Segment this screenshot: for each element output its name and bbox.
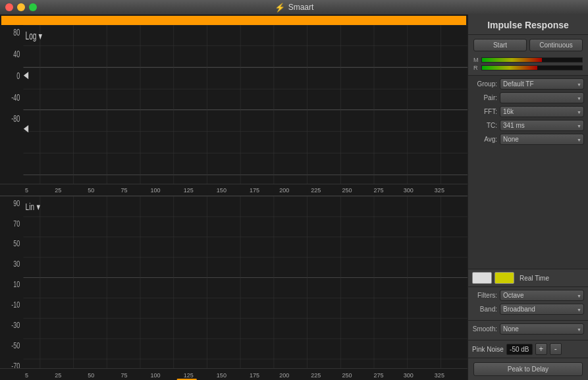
top-chart: 80 40 0 -40 -80 ◄ ◄ Log ▼ 5 25 50 75 1 [0, 25, 468, 196]
color-btn-white[interactable] [472, 272, 492, 284]
smooth-select[interactable]: None [500, 323, 584, 335]
top-chart-grid: 80 40 0 -40 -80 ◄ ◄ Log ▼ [0, 25, 468, 196]
svg-text:10: 10 [13, 279, 20, 288]
svg-text:Lin: Lin [26, 201, 35, 211]
color-btn-yellow[interactable] [494, 272, 514, 284]
avg-select[interactable]: None [500, 134, 584, 145]
filters-select-wrapper: Octave [500, 290, 584, 301]
svg-text:125: 125 [184, 187, 194, 194]
window-controls[interactable] [5, 3, 37, 11]
svg-text:275: 275 [374, 187, 384, 194]
filters-section: Filters: Octave Band: Broadband [468, 287, 588, 321]
svg-text:25: 25 [55, 372, 61, 379]
svg-text:40: 40 [13, 48, 20, 59]
pink-noise-db: -50 dB [506, 344, 533, 355]
svg-text:◄: ◄ [22, 68, 30, 81]
svg-text:200: 200 [279, 187, 289, 194]
svg-text:0: 0 [16, 70, 20, 81]
pink-noise-label: Pink Noise [472, 346, 504, 353]
fft-label: FFT: [472, 108, 500, 115]
svg-text:325: 325 [435, 372, 444, 379]
tc-label: TC: [472, 122, 500, 129]
bottom-chart: 90 70 50 30 10 -10 -30 -50 -70 -90 Lin ▼… [0, 196, 468, 381]
svg-text:75: 75 [120, 187, 127, 194]
smooth-row: Smooth: None [472, 323, 584, 335]
svg-text:-30: -30 [11, 320, 20, 329]
charts-panel: 80 40 0 -40 -80 ◄ ◄ Log ▼ 5 25 50 75 1 [0, 14, 468, 380]
close-button[interactable] [5, 3, 13, 11]
svg-text:300: 300 [404, 187, 414, 194]
bottom-chart-grid: 90 70 50 30 10 -10 -30 -50 -70 -90 Lin ▼ [0, 196, 468, 381]
fft-select[interactable]: 16k [500, 106, 584, 117]
meter-m-row: M [473, 57, 583, 63]
meter-r-label: R [473, 65, 481, 71]
group-select[interactable]: Default TF [500, 78, 584, 90]
svg-text:◄: ◄ [22, 121, 30, 134]
group-select-wrapper: Default TF [500, 78, 584, 90]
tc-row: TC: 341 ms [472, 120, 584, 131]
minimize-button[interactable] [17, 3, 25, 11]
svg-text:250: 250 [342, 187, 352, 194]
top-buttons-row: Start Continuous [468, 35, 588, 54]
svg-text:-10: -10 [11, 300, 20, 309]
top-x-axis: 5 25 50 75 100 125 150 175 200 225 250 2… [0, 184, 468, 196]
form-section: Group: Default TF Pair: FFT: [468, 76, 588, 269]
svg-text:225: 225 [311, 187, 321, 194]
svg-text:275: 275 [374, 372, 384, 379]
fft-select-wrapper: 16k [500, 106, 584, 117]
svg-text:-40: -40 [11, 92, 20, 103]
svg-rect-0 [0, 25, 468, 196]
tc-select-wrapper: 341 ms [500, 120, 584, 131]
svg-text:25: 25 [55, 187, 61, 194]
maximize-button[interactable] [29, 3, 37, 11]
avg-label: Avg: [472, 136, 500, 143]
svg-text:100: 100 [151, 187, 161, 194]
bottom-x-axis-svg: 5 25 50 75 100 125 150 175 200 225 250 2… [25, 369, 464, 381]
app-icon: ⚡ [275, 3, 285, 13]
panel-title: Impulse Response [468, 14, 588, 35]
smooth-select-wrapper: None [500, 323, 584, 335]
svg-rect-46 [0, 196, 468, 381]
bottom-x-axis: 5 25 50 75 100 125 150 175 200 225 250 2… [0, 368, 468, 380]
realtime-section: Real Time [468, 269, 588, 287]
filters-row: Filters: Octave [472, 290, 584, 301]
band-row: Band: Broadband [472, 304, 584, 315]
titlebar: ⚡ Smaart [0, 0, 588, 14]
svg-text:5: 5 [25, 187, 28, 194]
svg-text:-50: -50 [11, 340, 20, 350]
svg-text:30: 30 [13, 259, 20, 268]
app-title-text: Smaart [288, 3, 314, 12]
svg-text:70: 70 [13, 218, 20, 227]
pair-select[interactable] [500, 92, 584, 103]
svg-text:▼: ▼ [36, 202, 41, 211]
filters-select[interactable]: Octave [500, 290, 584, 301]
svg-text:150: 150 [217, 187, 227, 194]
meter-m-bar-container [481, 57, 583, 63]
meter-r-bar-container [481, 65, 583, 70]
continuous-button[interactable]: Continuous [529, 39, 583, 51]
tc-select[interactable]: 341 ms [500, 120, 584, 131]
peak-to-delay-button[interactable]: Peak to Delay [473, 362, 583, 376]
fft-row: FFT: 16k [472, 106, 584, 117]
band-select[interactable]: Broadband [500, 304, 584, 315]
svg-text:150: 150 [217, 372, 227, 379]
meter-m-label: M [473, 57, 481, 63]
smooth-section: Smooth: None [468, 321, 588, 340]
orange-bar [1, 16, 466, 25]
svg-text:90: 90 [13, 198, 20, 207]
svg-text:5: 5 [25, 372, 28, 379]
svg-text:75: 75 [120, 372, 127, 379]
band-select-wrapper: Broadband [500, 304, 584, 315]
svg-text:125: 125 [184, 372, 194, 379]
svg-text:80: 80 [13, 26, 20, 38]
svg-text:100: 100 [151, 372, 161, 379]
x-axis-svg: 5 25 50 75 100 125 150 175 200 225 250 2… [25, 184, 464, 196]
svg-text:50: 50 [13, 238, 20, 248]
pink-noise-minus-button[interactable]: - [550, 343, 562, 355]
svg-text:225: 225 [311, 372, 321, 379]
pink-noise-plus-button[interactable]: + [535, 343, 547, 355]
meter-r-row: R [473, 65, 583, 71]
avg-select-wrapper: None [500, 134, 584, 145]
svg-text:200: 200 [279, 372, 289, 379]
start-button[interactable]: Start [473, 39, 527, 51]
